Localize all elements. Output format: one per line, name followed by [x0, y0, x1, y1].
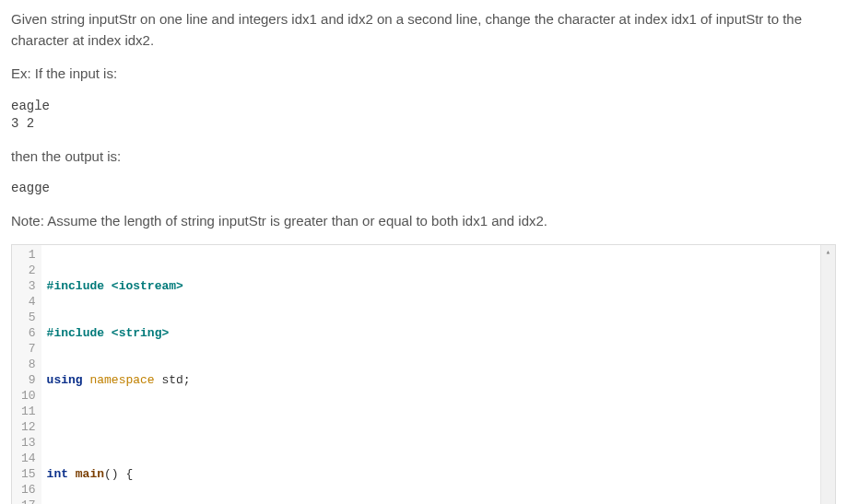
example-output: eagge [11, 180, 836, 198]
line-number: 15 [21, 466, 36, 482]
line-number: 8 [21, 357, 36, 372]
line-number: 16 [21, 482, 36, 498]
line-number: 6 [21, 325, 36, 341]
line-number: 5 [21, 310, 36, 325]
line-number: 9 [21, 372, 36, 388]
code-line: #include <iostream> [47, 278, 820, 294]
line-number: 2 [21, 263, 36, 278]
line-number: 1 [21, 247, 36, 263]
line-number: 11 [21, 404, 36, 419]
code-line: using namespace std; [47, 372, 820, 388]
output-label: then the output is: [11, 147, 836, 168]
vertical-scrollbar[interactable]: ▴ ▾ [820, 245, 835, 504]
line-number: 14 [21, 451, 36, 466]
line-number: 13 [21, 435, 36, 451]
line-number: 3 [21, 278, 36, 294]
line-number: 17 [21, 498, 36, 504]
code-area[interactable]: #include <iostream> #include <string> us… [41, 245, 820, 504]
code-line: int main() { [47, 466, 820, 482]
scroll-up-icon[interactable]: ▴ [821, 245, 835, 260]
line-number-gutter: 1 2 3 4 5 6 7 8 9 10 11 12 13 14 15 16 1… [12, 245, 41, 504]
code-line: #include <string> [47, 325, 820, 341]
problem-description: Given string inputStr on one line and in… [11, 9, 836, 231]
line-number: 4 [21, 294, 36, 310]
code-line [47, 419, 820, 435]
line-number: 7 [21, 341, 36, 357]
line-number: 12 [21, 419, 36, 435]
line-number: 10 [21, 388, 36, 404]
note-text: Note: Assume the length of string inputS… [11, 211, 836, 232]
description-text: Given string inputStr on one line and in… [11, 9, 836, 51]
example-input: eagle 3 2 [11, 98, 836, 134]
example-label: Ex: If the input is: [11, 64, 836, 85]
code-editor[interactable]: 1 2 3 4 5 6 7 8 9 10 11 12 13 14 15 16 1… [11, 244, 836, 504]
